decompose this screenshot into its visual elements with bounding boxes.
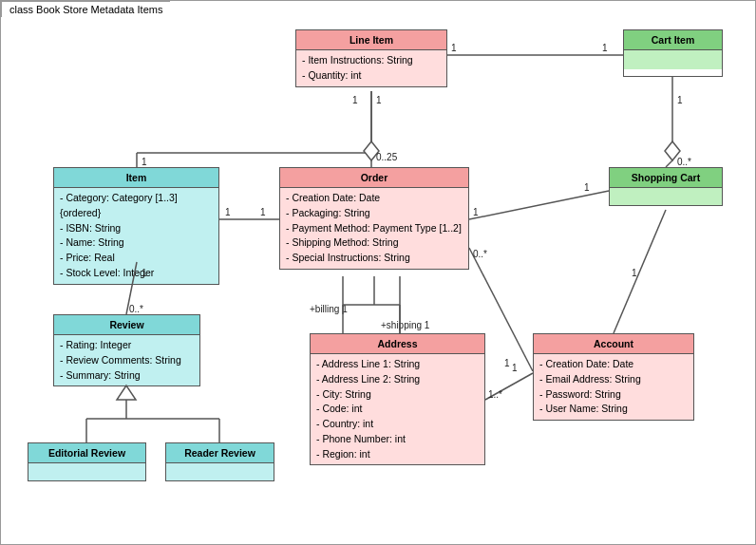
class-cart-item: Cart Item (623, 29, 723, 77)
class-shopping-cart-body (610, 188, 722, 205)
diamond-lineitem-order (364, 141, 379, 160)
class-order-header: Order (280, 168, 468, 188)
class-line-item-header: Line Item (296, 30, 446, 50)
class-order-body: - Creation Date: Date - Packaging: Strin… (280, 188, 468, 269)
label-cart-top: 1 (677, 95, 683, 105)
diagram-container: class Book Store Metadata Items Line Ite… (0, 0, 756, 545)
label-order-sc-1b: 1 (584, 182, 590, 193)
class-order: Order - Creation Date: Date - Packaging:… (279, 167, 469, 270)
label-sc-account-1: 1 (632, 268, 637, 278)
label-order-account-0star: 0..* (473, 249, 487, 259)
label-address-account-1: 1 (512, 363, 518, 373)
class-account: Account - Creation Date: Date - Email Ad… (533, 333, 694, 421)
svg-line-15 (469, 191, 609, 219)
class-line-item-body: - Item Instructions: String - Quantity: … (296, 50, 446, 86)
class-shopping-cart: Shopping Cart (609, 167, 723, 206)
class-line-item: Line Item - Item Instructions: String - … (295, 29, 447, 87)
class-editorial-review-header: Editorial Review (28, 443, 145, 463)
class-item-header: Item (54, 168, 218, 188)
class-review-body: - Rating: Integer - Review Comments: Str… (54, 335, 199, 385)
svg-line-25 (614, 210, 666, 333)
class-item: Item - Category: Category [1..3] {ordere… (53, 167, 219, 285)
class-cart-item-body (624, 50, 722, 69)
class-address-header: Address (311, 334, 484, 354)
class-account-body: - Creation Date: Date - Email Address: S… (534, 354, 693, 420)
label-line-item-item-1b: 1 (142, 157, 147, 167)
label-order-item-1b: 1 (260, 207, 266, 217)
label-shipping: +shipping 1 (381, 320, 430, 330)
label-address-account-1star: 1..* (488, 389, 502, 400)
svg-line-13 (666, 160, 672, 167)
label-line-item-item-1a: 1 (376, 95, 382, 105)
class-shopping-cart-header: Shopping Cart (610, 168, 722, 188)
class-account-header: Account (534, 334, 693, 354)
label-li-top: 1 (352, 95, 358, 105)
class-review: Review - Rating: Integer - Review Commen… (53, 314, 200, 386)
class-address: Address - Address Line 1: String - Addre… (310, 333, 485, 465)
class-item-body: - Category: Category [1..3] {ordered} - … (54, 188, 218, 284)
class-reader-review-body (166, 463, 274, 480)
class-editorial-review-body (28, 463, 145, 480)
svg-line-24 (485, 373, 533, 400)
inheritance-triangle (117, 385, 136, 400)
label-item-review-0star: 0..* (129, 304, 143, 314)
label-li-cart-1b: 1 (602, 43, 608, 53)
diamond-cart-shopping (665, 141, 680, 160)
class-editorial-review: Editorial Review (28, 442, 146, 481)
label-order-item-1a: 1 (225, 207, 231, 217)
class-reader-review-header: Reader Review (166, 443, 274, 463)
label-lineitem-order-mult: 0..25 (376, 152, 398, 162)
class-address-body: - Address Line 1: String - Address Line … (311, 354, 484, 464)
label-order-account-1: 1 (504, 358, 510, 368)
label-billing: +billing 1 (310, 304, 348, 314)
class-reader-review: Reader Review (165, 442, 274, 481)
class-review-header: Review (54, 315, 199, 335)
label-order-sc-1a: 1 (473, 207, 479, 217)
label-li-cart-1a: 1 (451, 43, 457, 53)
diagram-title: class Book Store Metadata Items (1, 1, 170, 17)
class-cart-item-header: Cart Item (624, 30, 722, 50)
label-cart-bottom: 0..* (677, 157, 691, 167)
